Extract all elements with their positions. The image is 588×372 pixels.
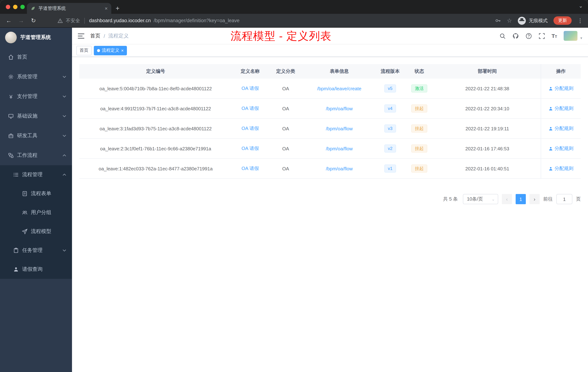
- fullscreen-icon[interactable]: [538, 33, 545, 39]
- sidebar-toggle-icon[interactable]: [78, 33, 84, 38]
- avatar-caret-icon[interactable]: ▾: [580, 36, 582, 40]
- definition-name-link[interactable]: OA 请假: [242, 125, 259, 132]
- tag-home[interactable]: 首页: [76, 46, 92, 55]
- document-icon: [22, 191, 28, 197]
- password-key-icon[interactable]: [495, 17, 501, 24]
- form-info-link[interactable]: /bpm/oa/flow: [326, 126, 353, 131]
- search-icon[interactable]: [499, 33, 506, 39]
- sidebar-item-home[interactable]: 首页: [0, 47, 72, 67]
- back-button[interactable]: ←: [5, 17, 12, 24]
- tab-search-icon[interactable]: ⌄: [579, 3, 583, 9]
- page-size-select[interactable]: 10条/页 ⌄: [463, 194, 498, 204]
- assign-rule-link[interactable]: 分配规则: [548, 105, 573, 112]
- url-host: dashboard.yudao.iocoder.cn: [89, 18, 151, 23]
- sidebar-item-user-group[interactable]: 用户分组: [0, 203, 72, 222]
- version-badge: v3: [384, 124, 396, 132]
- column-header: 定义编号: [79, 64, 232, 79]
- avatar[interactable]: [564, 31, 578, 41]
- tab-close-icon[interactable]: ×: [105, 6, 108, 11]
- definition-name-link[interactable]: OA 请假: [242, 85, 259, 92]
- pagination: 共 5 条 10条/页 ⌄ ‹ 1 › 前往 页: [79, 194, 581, 204]
- prev-page-button[interactable]: ‹: [502, 194, 512, 204]
- sidebar-item-process-form[interactable]: 流程表单: [0, 184, 72, 203]
- form-info-link[interactable]: /bpm/oa/flow: [326, 166, 353, 171]
- users-icon: [22, 210, 28, 216]
- list-icon: [13, 172, 19, 178]
- table-row: oa_leave:5:004b710b-7b8a-11ec-8ef0-acde4…: [79, 79, 581, 99]
- goto-unit: 页: [576, 196, 581, 202]
- address-separator: [84, 18, 85, 23]
- sidebar: 芋道管理系统 首页 系统管理 ¥ 支付管理 基础设施 研发工具 工作: [0, 28, 72, 372]
- assign-rule-link[interactable]: 分配规则: [548, 165, 573, 172]
- github-icon[interactable]: [512, 33, 519, 39]
- sidebar-logo[interactable]: 芋道管理系统: [0, 28, 72, 47]
- toolbox-icon: [8, 133, 14, 139]
- incognito-label: 无痕模式: [529, 17, 548, 24]
- definition-name-link[interactable]: OA 请假: [242, 145, 259, 152]
- page-1-button[interactable]: 1: [516, 194, 526, 204]
- total-count: 共 5 条: [443, 196, 458, 202]
- main-area: 首页 / 流程定义 流程模型 - 定义列表 TT ▾ 首页 流程定义: [72, 28, 588, 372]
- table-row: oa_leave:1:482ec033-762a-11ec-8477-a2380…: [79, 159, 581, 179]
- form-info-link[interactable]: /bpm/oa/flow: [326, 146, 353, 151]
- forward-button[interactable]: →: [17, 17, 25, 24]
- toolbar-right: ☆ 无痕模式 更新 ⋮: [495, 16, 583, 25]
- help-icon[interactable]: [525, 33, 532, 39]
- form-info-link[interactable]: /bpm/oa/flow: [326, 106, 353, 111]
- breadcrumb-current: 流程定义: [108, 33, 129, 39]
- assign-rule-label: 分配规则: [555, 165, 573, 172]
- version-badge: v4: [384, 104, 396, 112]
- browser-window: 芋道管理系统 × + ⌄ ← → ↻ 不安全 dashboard.yudao.i…: [0, 0, 588, 372]
- minimize-window-button[interactable]: [13, 5, 17, 9]
- zoom-window-button[interactable]: [20, 5, 25, 9]
- definition-name-link[interactable]: OA 请假: [242, 165, 259, 172]
- sidebar-item-process-model[interactable]: 流程模型: [0, 222, 72, 241]
- definition-category: OA: [282, 126, 289, 131]
- security-label[interactable]: 不安全: [66, 17, 80, 24]
- active-dot: [97, 49, 100, 52]
- reload-button[interactable]: ↻: [30, 17, 37, 24]
- form-info-link[interactable]: /bpm/oa/leave/create: [317, 86, 361, 91]
- font-size-icon[interactable]: TT: [551, 33, 557, 39]
- status-badge: 挂起: [411, 144, 427, 153]
- breadcrumb-home[interactable]: 首页: [90, 33, 100, 39]
- assign-rule-link[interactable]: 分配规则: [548, 85, 573, 92]
- assign-rule-link[interactable]: 分配规则: [548, 125, 573, 132]
- status-badge: 激活: [411, 85, 427, 92]
- next-page-button[interactable]: ›: [529, 194, 540, 204]
- bookmark-star-icon[interactable]: ☆: [507, 17, 512, 24]
- paper-plane-icon: [22, 229, 28, 234]
- sidebar-item-payment[interactable]: ¥ 支付管理: [0, 87, 72, 106]
- monitor-icon: [8, 113, 14, 119]
- column-header: 流程版本: [376, 64, 405, 79]
- address-bar[interactable]: 不安全 dashboard.yudao.iocoder.cn/bpm/manag…: [57, 17, 490, 24]
- table-row: oa_leave:4:991f2193-7b7f-11ec-a3c8-acde4…: [79, 99, 581, 119]
- browser-tab[interactable]: 芋道管理系统 ×: [27, 3, 111, 14]
- definition-name-link[interactable]: OA 请假: [242, 105, 259, 112]
- workflow-icon: [8, 153, 14, 158]
- logo-title: 芋道管理系统: [20, 34, 51, 41]
- version-badge: v1: [384, 164, 396, 173]
- chevron-down-icon: [63, 135, 66, 137]
- sidebar-item-infrastructure[interactable]: 基础设施: [0, 106, 72, 126]
- tag-close-icon[interactable]: ×: [121, 48, 124, 53]
- sidebar-item-system[interactable]: 系统管理: [0, 67, 72, 87]
- chevron-down-icon: [63, 249, 66, 252]
- sidebar-item-devtools[interactable]: 研发工具: [0, 126, 72, 146]
- close-window-button[interactable]: [6, 5, 10, 9]
- chevron-down-icon: [63, 115, 66, 117]
- browser-menu-icon[interactable]: ⋮: [578, 17, 583, 24]
- assign-rule-link[interactable]: 分配规则: [548, 145, 573, 152]
- sidebar-item-process-management[interactable]: 流程管理: [0, 165, 72, 184]
- breadcrumb-separator: /: [104, 33, 105, 39]
- chevron-down-icon: [63, 95, 66, 98]
- new-tab-button[interactable]: +: [116, 5, 119, 12]
- tag-process-definition[interactable]: 流程定义 ×: [94, 46, 127, 55]
- page-title-annotation: 流程模型 - 定义列表: [231, 30, 331, 43]
- definition-id: oa_leave:4:991f2193-7b7f-11ec-a3c8-acde4…: [100, 106, 211, 111]
- goto-page-input[interactable]: [556, 194, 572, 204]
- sidebar-item-leave-query[interactable]: 请假查询: [0, 260, 72, 279]
- sidebar-item-task-management[interactable]: 任务管理: [0, 241, 72, 260]
- sidebar-item-workflow[interactable]: 工作流程: [0, 146, 72, 165]
- update-button[interactable]: 更新: [554, 16, 572, 25]
